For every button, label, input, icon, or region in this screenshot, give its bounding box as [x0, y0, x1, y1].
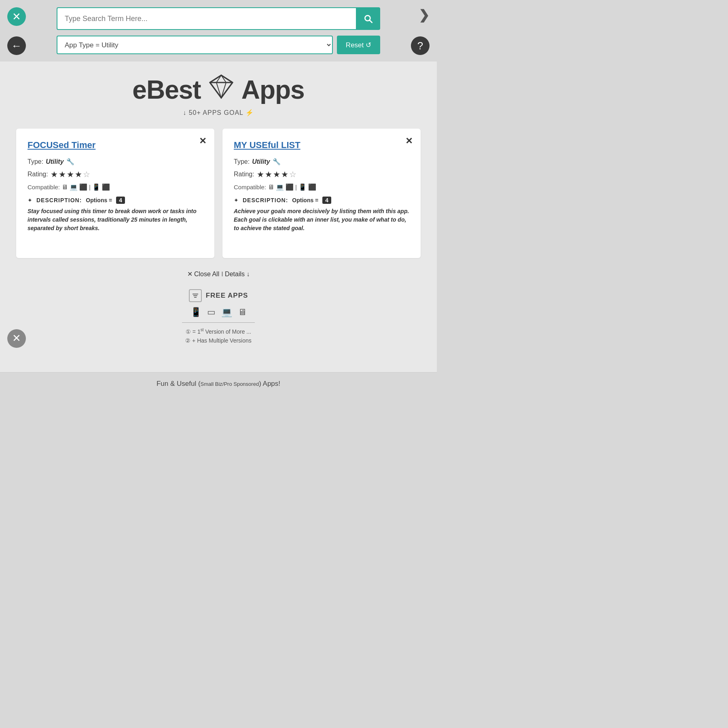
footer: Fun & Useful (Small Biz/Pro Sponsored) A… [0, 372, 437, 395]
bottom-actions: ✕ Close All ⁞ Details ↓ [16, 270, 421, 278]
bolt-icon-1: ✦ [28, 197, 32, 203]
desc-section-2: ✦ DESCRIPTION: Options = 4 Achieve your … [234, 197, 409, 233]
watch-icon-1: ⬛ [102, 183, 110, 191]
site-title-post: Apps [241, 75, 305, 105]
main-content: eBest Apps ↓ 50+ APPS GOAL ⚡ ✕ FOCUSed T… [0, 61, 437, 372]
legend-section: FREE APPS 📱 ▭ 💻 🖥 ① = 1st Version of Mor… [16, 289, 421, 344]
site-title-pre: eBest [132, 75, 201, 105]
card-title-1[interactable]: FOCUSed Timer [28, 140, 95, 150]
options-badge-2: 4 [322, 197, 331, 204]
search-input[interactable] [57, 7, 356, 30]
app-card-1: ✕ FOCUSed Timer Type: Utility 🔧 Rating: … [16, 129, 214, 258]
watch-icon-2: ⬛ [308, 183, 316, 191]
phone-icon-2: 📱 [298, 183, 307, 191]
compat-row-2: Compatible: 🖥 💻 ⬛ | 📱 ⬛ [234, 183, 409, 191]
help-button[interactable]: ? [411, 36, 430, 55]
card-type-row-1: Type: Utility 🔧 [28, 158, 203, 165]
legend-icons-row: 📱 ▭ 💻 🖥 [190, 307, 247, 317]
options-badge-1: 4 [116, 197, 125, 204]
wrench-icon-1: 🔧 [66, 158, 74, 165]
desc-section-1: ✦ DESCRIPTION: Options = 4 Stay focused … [28, 197, 203, 233]
filter-icon [189, 289, 202, 302]
phone-icon-1: 📱 [92, 183, 100, 191]
close-bottom-icon[interactable]: ✕ [7, 329, 26, 348]
card-rating-row-2: Rating: ★ ★ ★ ★ ☆ [234, 169, 409, 179]
search-row [57, 7, 380, 30]
laptop-icon-2: 💻 [276, 183, 284, 191]
tablet-icon-2: ⬛ [286, 183, 294, 191]
wrench-icon-2: 🔧 [273, 158, 281, 165]
goal-text: ↓ 50+ APPS GOAL ⚡ [16, 109, 421, 116]
legend-note-1: ① = 1st Version of More ... [186, 328, 251, 335]
card-close-1[interactable]: ✕ [199, 137, 206, 146]
legend-note-2: ② + Has Multiple Versions [185, 337, 252, 344]
back-icon[interactable]: ← [7, 36, 26, 55]
laptop-icon-1: 💻 [70, 183, 78, 191]
search-icon [363, 13, 373, 24]
laptop-legend-icon: 💻 [221, 307, 232, 317]
stars-1: ★ ★ ★ ★ ☆ [51, 169, 90, 179]
legend-title-row: FREE APPS [189, 289, 248, 302]
card-title-2[interactable]: MY USEful LIST [234, 140, 301, 150]
monitor-icon-2: 🖥 [268, 184, 274, 191]
phone-legend-icon: 📱 [190, 307, 201, 317]
bolt-icon-2: ✦ [234, 197, 239, 203]
back-button[interactable]: ← [7, 36, 26, 55]
legend-title: FREE APPS [206, 292, 248, 300]
card-rating-row-1: Rating: ★ ★ ★ ★ ☆ [28, 169, 203, 179]
legend-divider [182, 322, 255, 323]
close-bottom-button[interactable]: ✕ [7, 329, 26, 348]
tablet-legend-icon: ▭ [207, 307, 216, 317]
search-button[interactable] [356, 7, 380, 30]
diamond-icon [208, 74, 234, 106]
close-all-button[interactable]: ✕ Close All ⁞ Details ↓ [187, 270, 250, 278]
close-top-button[interactable]: ✕ [7, 7, 26, 26]
card-type-row-2: Type: Utility 🔧 [234, 158, 409, 165]
filter-select[interactable]: App Type = Utility [57, 36, 333, 54]
desc-text-2: Achieve your goals more decisively by li… [234, 207, 409, 233]
reset-button[interactable]: Reset ↺ [337, 36, 380, 54]
close-top-icon[interactable]: ✕ [7, 7, 26, 26]
card-close-2[interactable]: ✕ [405, 137, 413, 146]
site-title: eBest Apps [16, 74, 421, 106]
monitor-icon-1: 🖥 [61, 184, 68, 191]
legend-notes: ① = 1st Version of More ... ② + Has Mult… [185, 328, 252, 344]
filter-row: App Type = Utility Reset ↺ [57, 36, 380, 54]
desc-text-1: Stay focused using this timer to break d… [28, 207, 203, 233]
cards-grid: ✕ FOCUSed Timer Type: Utility 🔧 Rating: … [16, 129, 421, 258]
chevron-button[interactable]: ❯ [419, 7, 430, 23]
monitor-legend-icon: 🖥 [238, 307, 247, 317]
app-card-2: ✕ MY USEful LIST Type: Utility 🔧 Rating:… [222, 129, 421, 258]
tablet-icon-1: ⬛ [79, 183, 87, 191]
compat-row-1: Compatible: 🖥 💻 ⬛ | 📱 ⬛ [28, 183, 203, 191]
stars-2: ★ ★ ★ ★ ☆ [257, 169, 296, 179]
help-icon[interactable]: ? [411, 36, 430, 55]
